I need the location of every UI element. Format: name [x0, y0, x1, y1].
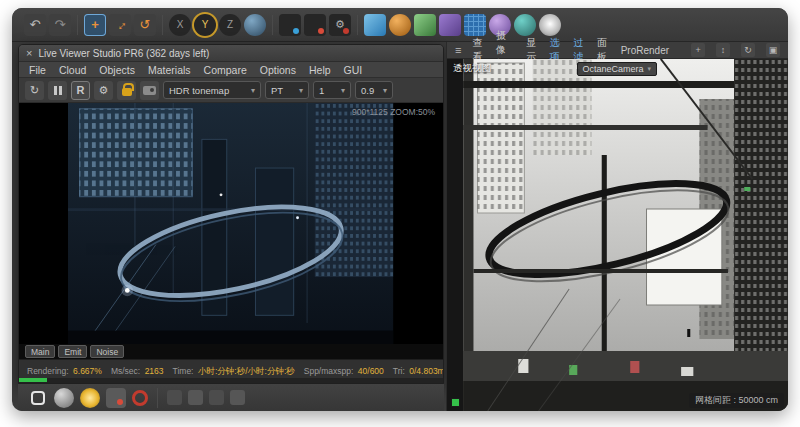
viewport-scene	[447, 59, 788, 411]
rotate-tool-icon[interactable]: ↺	[134, 14, 156, 36]
workplane-icon[interactable]	[209, 390, 224, 405]
render-view-accent	[293, 28, 299, 34]
content-area: × Live Viewer Studio PR6 (362 days left)…	[12, 42, 788, 411]
scene-camera-icon[interactable]	[106, 388, 126, 408]
vp-menu-prorender[interactable]: ProRender	[621, 45, 669, 56]
z-glyph: Z	[227, 19, 233, 30]
orbit-view-icon[interactable]: ↻	[741, 43, 755, 57]
region-render-button[interactable]: R	[71, 81, 90, 100]
x-axis-lock-button[interactable]: X	[169, 14, 191, 36]
live-viewer-toolbar: ↻ R ⚙ HDR tonemap ▾ PT ▾ 1	[19, 78, 443, 103]
restart-glyph: ↻	[30, 84, 39, 97]
viewport-menubar: ≡ 查看 摄像机 显示 选项 过滤 面板 ProRender + ↕ ↻ ▣	[447, 42, 788, 59]
status-tri: Tri: 0/4.803m	[393, 360, 443, 378]
menu-help[interactable]: Help	[309, 64, 331, 76]
menu-options[interactable]: Options	[260, 64, 296, 76]
scale-tool-icon[interactable]: ↔	[109, 14, 131, 36]
samples-field[interactable]: 1 ▾	[313, 81, 351, 99]
caret-down-icon: ▾	[383, 86, 387, 95]
grid-snap-icon[interactable]	[167, 390, 182, 405]
cube-primitive-icon[interactable]	[364, 14, 386, 36]
rotate-glyph: ↺	[140, 17, 151, 32]
camera-record-dot	[117, 399, 123, 405]
kernel-select[interactable]: PT ▾	[265, 81, 309, 99]
settings-gear-icon[interactable]: ⚙	[94, 81, 113, 100]
samples-value: 1	[319, 85, 324, 96]
undo-glyph: ↶	[30, 17, 41, 32]
tonemap-value: HDR tonemap	[169, 85, 229, 96]
spline-pen-icon[interactable]	[389, 14, 411, 36]
close-icon[interactable]: ×	[26, 47, 32, 59]
mograph-icon[interactable]	[464, 14, 486, 36]
menu-cloud[interactable]: Cloud	[59, 64, 86, 76]
render-pv-accent	[318, 28, 324, 34]
magnet-snap-icon[interactable]	[188, 390, 203, 405]
region-glyph: R	[77, 84, 85, 96]
render-progress-track	[19, 378, 443, 383]
deformer-icon[interactable]	[439, 14, 461, 36]
pass-emit-button[interactable]: Emit	[58, 345, 87, 358]
camera-icon[interactable]	[140, 81, 159, 100]
quantize-icon[interactable]	[230, 390, 245, 405]
resolution-overlay: 900*1125 ZOOM:50%	[352, 107, 435, 117]
camera-tag[interactable]: OctaneCamera ▾	[577, 62, 658, 76]
sphere-primitive-icon[interactable]	[54, 388, 74, 408]
pause-render-icon[interactable]	[48, 81, 67, 100]
render-settings-icon[interactable]: ⚙	[329, 14, 351, 36]
status-rendering: Rendering: 6.667%	[27, 360, 102, 378]
toolbar-separator	[157, 388, 158, 408]
coordinate-system-icon[interactable]	[244, 14, 266, 36]
menu-objects[interactable]: Objects	[99, 64, 135, 76]
toolbar-separator	[162, 15, 163, 35]
render-progress-fill	[19, 378, 47, 382]
app-window: ↶ ↷ + ↔ ↺ X Y Z ⚙ × Live Viewer Stu	[12, 8, 788, 411]
hamburger-icon[interactable]: ≡	[455, 44, 461, 56]
menu-gui[interactable]: GUI	[344, 64, 363, 76]
menu-materials[interactable]: Materials	[148, 64, 191, 76]
pause-bar	[54, 86, 57, 95]
render-picture-viewer-icon[interactable]	[304, 14, 326, 36]
bottom-toolbar	[18, 384, 444, 411]
scene-light-icon[interactable]	[80, 388, 100, 408]
zoom-view-icon[interactable]: ↕	[716, 43, 730, 57]
z-axis-lock-button[interactable]: Z	[219, 14, 241, 36]
record-icon[interactable]	[132, 390, 148, 406]
rounded-cube-icon[interactable]	[28, 388, 48, 408]
volume-icon[interactable]	[514, 14, 536, 36]
grid-spacing-label: 网格间距 : 50000 cm	[689, 393, 784, 408]
gamma-value: 0.9	[361, 85, 374, 96]
render-status-indicator	[451, 398, 460, 407]
caret-down-icon: ▾	[341, 86, 345, 95]
gamma-field[interactable]: 0.9 ▾	[355, 81, 393, 99]
subdivision-surface-icon[interactable]	[414, 14, 436, 36]
x-glyph: X	[177, 19, 184, 30]
menu-file[interactable]: File	[29, 64, 46, 76]
move-tool-icon[interactable]: +	[84, 14, 106, 36]
octane-render-view[interactable]: 900*1125 ZOOM:50%	[19, 103, 443, 344]
pan-view-icon[interactable]: +	[691, 43, 705, 57]
status-time: Time: 小时:分钟:秒/小时:分钟:秒	[173, 360, 295, 378]
status-spp: Spp/maxspp: 40/600	[304, 360, 384, 378]
light-object-icon[interactable]	[539, 14, 561, 36]
y-axis-lock-button[interactable]: Y	[194, 14, 216, 36]
toggle-view-icon[interactable]: ▣	[766, 43, 780, 57]
render-view-icon[interactable]	[279, 14, 301, 36]
move-glyph: +	[91, 17, 99, 32]
toolbar-separator	[77, 15, 78, 35]
lock-resolution-icon[interactable]	[117, 81, 136, 100]
view-label[interactable]: 透视视图	[453, 62, 491, 75]
pause-bar	[59, 86, 62, 95]
tonemap-select[interactable]: HDR tonemap ▾	[163, 81, 261, 99]
live-viewer-titlebar[interactable]: × Live Viewer Studio PR6 (362 days left)	[19, 45, 443, 62]
pass-noise-button[interactable]: Noise	[90, 345, 124, 358]
restart-render-icon[interactable]: ↻	[25, 81, 44, 100]
camera-shape	[143, 86, 156, 95]
redo-icon[interactable]: ↷	[49, 14, 71, 36]
viewport-canvas[interactable]: 透视视图 OctaneCamera ▾ 网格间距 : 50000 cm	[447, 59, 788, 411]
pass-main-button[interactable]: Main	[25, 345, 55, 358]
toolbar-separator	[272, 15, 273, 35]
caret-down-icon: ▾	[648, 65, 652, 73]
live-viewer-menubar: File Cloud Objects Materials Compare Opt…	[19, 62, 443, 78]
menu-compare[interactable]: Compare	[204, 64, 247, 76]
undo-icon[interactable]: ↶	[24, 14, 46, 36]
